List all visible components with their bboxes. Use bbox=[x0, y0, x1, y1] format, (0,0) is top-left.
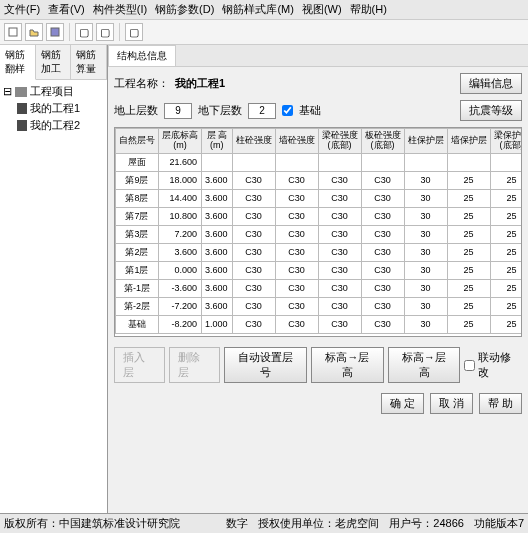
table-cell[interactable]: C30 bbox=[361, 189, 404, 207]
table-cell[interactable]: 25 bbox=[447, 297, 490, 315]
table-cell[interactable]: C30 bbox=[232, 189, 275, 207]
table-cell[interactable]: C30 bbox=[318, 225, 361, 243]
table-cell[interactable]: 第7层 bbox=[116, 207, 159, 225]
table-cell[interactable]: C30 bbox=[361, 243, 404, 261]
table-cell[interactable]: C30 bbox=[275, 279, 318, 297]
column-header[interactable]: 自然层号 bbox=[116, 129, 159, 154]
table-cell[interactable]: C30 bbox=[318, 297, 361, 315]
ok-button[interactable]: 确 定 bbox=[381, 393, 424, 414]
table-cell[interactable]: C30 bbox=[232, 225, 275, 243]
menu-item[interactable]: 查看(V) bbox=[48, 2, 85, 17]
tool-open[interactable] bbox=[25, 23, 43, 41]
link-edit-checkbox[interactable] bbox=[464, 360, 475, 371]
table-cell[interactable]: 25 bbox=[490, 279, 522, 297]
table-cell[interactable]: 25 bbox=[490, 189, 522, 207]
table-cell[interactable]: 0.000 bbox=[159, 261, 202, 279]
table-cell[interactable]: 25 bbox=[490, 171, 522, 189]
table-cell[interactable]: 30 bbox=[404, 189, 447, 207]
table-cell[interactable]: 第1层 bbox=[116, 261, 159, 279]
table-cell[interactable]: -7.200 bbox=[159, 297, 202, 315]
table-cell[interactable]: C30 bbox=[318, 315, 361, 333]
table-cell[interactable]: 25 bbox=[490, 297, 522, 315]
table-cell[interactable]: 1.000 bbox=[202, 315, 233, 333]
table-cell[interactable]: -8.200 bbox=[159, 315, 202, 333]
table-cell[interactable]: 屋面 bbox=[116, 153, 159, 171]
table-cell[interactable]: 30 bbox=[404, 315, 447, 333]
elev-to-height-button[interactable]: 标高→层高 bbox=[311, 347, 384, 383]
table-cell[interactable] bbox=[318, 153, 361, 171]
table-cell[interactable]: C30 bbox=[232, 297, 275, 315]
table-cell[interactable]: 第9层 bbox=[116, 171, 159, 189]
table-row[interactable]: 第9层18.0003.600C30C30C30C3030252515 bbox=[116, 171, 523, 189]
table-cell[interactable]: 第-1层 bbox=[116, 279, 159, 297]
link-edit-option[interactable]: 联动修改 bbox=[464, 350, 522, 380]
auto-number-button[interactable]: 自动设置层号 bbox=[224, 347, 308, 383]
table-cell[interactable]: 3.600 bbox=[202, 189, 233, 207]
column-header[interactable]: 梁砼强度(底部) bbox=[318, 129, 361, 154]
column-header[interactable]: 梁保护层(底部) bbox=[490, 129, 522, 154]
table-cell[interactable] bbox=[202, 153, 233, 171]
tree-root[interactable]: ⊟ 工程项目 bbox=[3, 83, 104, 100]
collapse-icon[interactable]: ⊟ bbox=[3, 85, 12, 98]
table-cell[interactable]: 3.600 bbox=[159, 243, 202, 261]
table-cell[interactable]: 30 bbox=[404, 261, 447, 279]
foundation-checkbox[interactable] bbox=[282, 105, 293, 116]
table-cell[interactable] bbox=[232, 153, 275, 171]
column-header[interactable]: 层 高(m) bbox=[202, 129, 233, 154]
tree-item[interactable]: 我的工程2 bbox=[3, 117, 104, 134]
table-cell[interactable]: C30 bbox=[361, 279, 404, 297]
table-cell[interactable]: C30 bbox=[361, 315, 404, 333]
table-cell[interactable]: C30 bbox=[275, 189, 318, 207]
edit-info-button[interactable]: 编辑信息 bbox=[460, 73, 522, 94]
floor-grid[interactable]: 自然层号层底标高(m)层 高(m)柱砼强度墙砼强度梁砼强度(底部)板砼强度(底部… bbox=[114, 127, 522, 337]
table-cell[interactable]: C30 bbox=[361, 171, 404, 189]
table-cell[interactable]: 第-2层 bbox=[116, 297, 159, 315]
table-cell[interactable]: C30 bbox=[232, 315, 275, 333]
table-cell[interactable]: C30 bbox=[232, 207, 275, 225]
menu-item[interactable]: 钢筋样式库(M) bbox=[222, 2, 294, 17]
table-cell[interactable]: 30 bbox=[404, 279, 447, 297]
table-cell[interactable]: 10.800 bbox=[159, 207, 202, 225]
table-cell[interactable]: 3.600 bbox=[202, 297, 233, 315]
table-cell[interactable]: 30 bbox=[404, 171, 447, 189]
table-row[interactable]: 第2层3.6003.600C30C30C30C3030252515 bbox=[116, 243, 523, 261]
table-cell[interactable]: 25 bbox=[447, 189, 490, 207]
table-cell[interactable]: 7.200 bbox=[159, 225, 202, 243]
cancel-button[interactable]: 取 消 bbox=[430, 393, 473, 414]
table-cell[interactable]: 3.600 bbox=[202, 279, 233, 297]
table-cell[interactable] bbox=[361, 153, 404, 171]
table-cell[interactable]: C30 bbox=[318, 279, 361, 297]
table-cell[interactable]: 30 bbox=[404, 297, 447, 315]
left-tab[interactable]: 钢筋翻样 bbox=[0, 45, 36, 80]
above-floors-input[interactable] bbox=[164, 103, 192, 119]
column-header[interactable]: 墙保护层 bbox=[447, 129, 490, 154]
column-header[interactable]: 柱保护层 bbox=[404, 129, 447, 154]
tool-5[interactable]: ▢ bbox=[96, 23, 114, 41]
table-cell[interactable]: C30 bbox=[361, 297, 404, 315]
table-cell[interactable]: C30 bbox=[361, 207, 404, 225]
below-floors-input[interactable] bbox=[248, 103, 276, 119]
table-cell[interactable]: C30 bbox=[361, 225, 404, 243]
table-cell[interactable]: C30 bbox=[232, 279, 275, 297]
table-cell[interactable]: 14.400 bbox=[159, 189, 202, 207]
table-row[interactable]: 第-2层-7.2003.600C30C30C30C3030252515 bbox=[116, 297, 523, 315]
table-cell[interactable]: 25 bbox=[447, 207, 490, 225]
table-cell[interactable]: 基础 bbox=[116, 315, 159, 333]
table-cell[interactable]: 3.600 bbox=[202, 261, 233, 279]
table-row[interactable]: 第1层0.0003.600C30C30C30C3030252515 bbox=[116, 261, 523, 279]
tree-item[interactable]: 我的工程1 bbox=[3, 100, 104, 117]
table-cell[interactable]: C30 bbox=[275, 297, 318, 315]
left-tab[interactable]: 钢筋算量 bbox=[71, 45, 107, 79]
seismic-level-button[interactable]: 抗震等级 bbox=[460, 100, 522, 121]
height-to-elev-button[interactable]: 标高→层高 bbox=[388, 347, 461, 383]
table-row[interactable]: 第3层7.2003.600C30C30C30C3030252515 bbox=[116, 225, 523, 243]
menu-item[interactable]: 钢筋参数(D) bbox=[155, 2, 214, 17]
table-cell[interactable]: C30 bbox=[275, 207, 318, 225]
tool-save[interactable] bbox=[46, 23, 64, 41]
table-cell[interactable]: 25 bbox=[447, 243, 490, 261]
column-header[interactable]: 墙砼强度 bbox=[275, 129, 318, 154]
table-cell[interactable]: 第2层 bbox=[116, 243, 159, 261]
table-cell[interactable]: C30 bbox=[318, 243, 361, 261]
table-row[interactable]: 第-1层-3.6003.600C30C30C30C3030252515 bbox=[116, 279, 523, 297]
table-cell[interactable]: 30 bbox=[404, 207, 447, 225]
